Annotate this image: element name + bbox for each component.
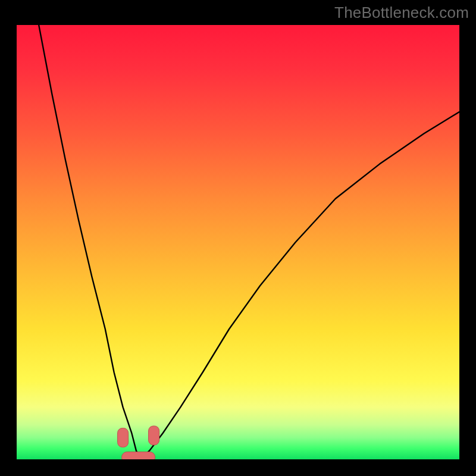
left-valley-marker bbox=[118, 428, 129, 447]
curve-right-branch bbox=[140, 112, 459, 459]
right-valley-marker bbox=[149, 426, 159, 445]
curve-left-branch bbox=[39, 25, 140, 459]
valley-markers bbox=[118, 426, 159, 459]
chart-frame: TheBottleneck.com bbox=[0, 0, 476, 476]
chart-overlay bbox=[17, 25, 459, 459]
valley-floor-marker bbox=[122, 452, 155, 459]
watermark-text: TheBottleneck.com bbox=[334, 4, 469, 22]
